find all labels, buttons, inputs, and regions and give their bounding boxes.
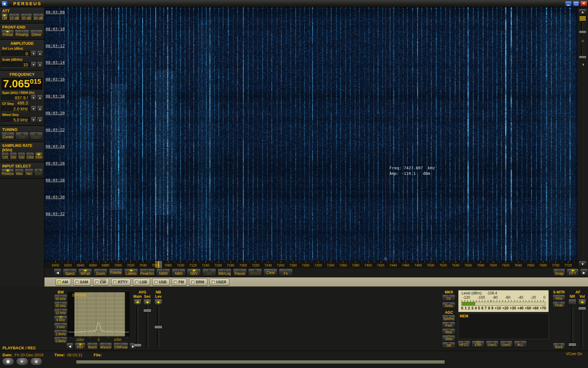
span-up-button[interactable]: ▲ xyxy=(37,95,43,101)
agc-button-off[interactable]: Off xyxy=(442,342,455,348)
att-button-10-db[interactable]: 10 dB xyxy=(9,14,20,21)
speed-slider-handle[interactable] xyxy=(579,30,586,34)
waterfall-speed-handle[interactable] xyxy=(579,16,586,21)
scale-value[interactable]: 10 xyxy=(1,62,30,68)
agc-button-slow[interactable]: Slow xyxy=(442,335,455,342)
toolbar-button-fn[interactable]: Fn xyxy=(279,269,293,276)
bank-button[interactable]: Bank xyxy=(553,343,565,350)
ref-lev-value[interactable]: 0 xyxy=(1,51,30,57)
smtr-button-peak[interactable]: Peak xyxy=(552,302,565,308)
toolbar-button-fft[interactable]: FFT xyxy=(567,269,579,276)
mode-button-fm[interactable]: FM xyxy=(172,278,187,286)
toolbar-button-spect[interactable]: Spect xyxy=(63,269,77,276)
toolbar-button-palette[interactable]: Palette xyxy=(109,269,123,276)
frequency-axis[interactable]: 6900692069406960698070007020704070607080… xyxy=(44,261,579,268)
input-button-net[interactable]: Net xyxy=(24,169,33,176)
filter-prev-button[interactable]: ◀ xyxy=(66,343,74,350)
filter-button-pbt[interactable]: PBT xyxy=(75,343,86,350)
mode-button-rtty[interactable]: RTTY xyxy=(111,278,130,286)
mkr-button-clr[interactable]: Clr xyxy=(442,295,455,301)
stop-button[interactable] xyxy=(2,358,14,366)
input-button-wav[interactable]: Wav xyxy=(15,169,24,176)
mode-button-cw[interactable]: CW xyxy=(93,278,109,286)
input-button-perseus[interactable]: Perseus xyxy=(1,169,14,176)
toolbar-button-wfall[interactable]: WFall xyxy=(78,269,92,276)
agc-button-fast[interactable]: Fast xyxy=(442,322,455,328)
scale-down-button[interactable]: ▼ xyxy=(31,62,36,68)
bw-button-6-khz[interactable]: 6 kHz xyxy=(54,316,67,323)
agc-button-med[interactable]: Med xyxy=(442,329,455,335)
srate-button-250[interactable]: 250 xyxy=(9,153,17,160)
record-button[interactable] xyxy=(30,358,43,366)
toolbar-button-clear[interactable]: Clear xyxy=(263,269,277,276)
mkr-button-delta[interactable]: Delta xyxy=(442,302,455,309)
waterfall-canvas[interactable] xyxy=(44,7,577,261)
filter-button-notch[interactable]: Notch xyxy=(87,343,98,350)
avg-main-slider-track[interactable] xyxy=(136,306,139,349)
mem-button-user2[interactable]: User2 xyxy=(500,341,513,347)
bw-button-3-khz[interactable]: 3 kHz xyxy=(54,323,67,330)
cf-step-up-button[interactable]: ▲ xyxy=(37,106,43,112)
cf-step-down-button[interactable]: ▼ xyxy=(31,106,36,112)
playback-seekbar[interactable] xyxy=(76,360,445,364)
wheel-step-down-button[interactable]: ▼ xyxy=(31,117,36,123)
nb-lev-enable-button[interactable] xyxy=(154,299,162,305)
play-button[interactable] xyxy=(16,358,28,366)
toolbar-button-peaksrc[interactable]: PeakSrc xyxy=(139,269,155,276)
mode-button-lsb[interactable]: LSB xyxy=(133,278,150,286)
toolbar-button-nbv[interactable]: NBV xyxy=(187,269,201,276)
filter-plot-canvas[interactable] xyxy=(68,292,129,336)
wheel-step-up-button[interactable]: ▲ xyxy=(37,117,43,123)
filter-button-cwpeak[interactable]: CWPeak xyxy=(113,343,128,350)
bw-button-25-khz[interactable]: 25 kHz xyxy=(54,302,67,309)
pan-right-button[interactable]: ▶ xyxy=(580,269,588,276)
scroll-up-button[interactable]: ▲ xyxy=(579,9,587,14)
minimize-button[interactable]: ▁ xyxy=(565,1,572,6)
toolbar-button-afc[interactable]: Afc xyxy=(202,269,216,276)
toolbar-button-pause[interactable]: Pause xyxy=(233,269,247,276)
agc-button-spkrej[interactable]: SpkRej xyxy=(442,315,455,321)
cf-step-value[interactable]: 2.0 kHz xyxy=(1,106,30,112)
toolbar-button-mhold[interactable]: MHold xyxy=(248,269,262,276)
af-vol-slider-handle[interactable] xyxy=(578,306,586,310)
frontend-button-preamp[interactable]: Preamp xyxy=(15,30,29,37)
toolbar-button-nbw[interactable]: NBW xyxy=(156,269,170,276)
nb-lev-slider-handle[interactable] xyxy=(154,325,162,329)
input-button-file[interactable]: File xyxy=(34,169,43,176)
frequency-display[interactable]: 7.065015 xyxy=(2,78,43,90)
ref-lev-down-button[interactable]: ▼ xyxy=(31,51,36,57)
maximize-button[interactable]: ▢ xyxy=(573,1,579,6)
mode-button-am[interactable]: AM xyxy=(55,278,71,286)
frontend-button-dither[interactable]: Dither xyxy=(30,30,43,37)
mode-button-user[interactable]: USER xyxy=(209,278,229,286)
srate-button-1000[interactable]: 1000 xyxy=(26,153,34,160)
bw-button-1-6khz[interactable]: 1.6kHz xyxy=(54,330,67,337)
scale-up-button[interactable]: ▲ xyxy=(37,62,43,68)
toolbar-button-nbn[interactable]: NBN xyxy=(172,269,186,276)
att-button-30-db[interactable]: 30 dB xyxy=(33,14,44,21)
avg-sec-slider-handle[interactable] xyxy=(143,309,151,312)
speed-slider-track[interactable] xyxy=(581,22,584,36)
span-value[interactable]: 837.9 / 488.3 xyxy=(1,95,30,101)
bw-button-0-8khz[interactable]: 0.8kHz xyxy=(54,337,67,344)
wheel-step-value[interactable]: 5.0 kHz xyxy=(1,117,30,123)
avg-sec-enable-button[interactable] xyxy=(143,299,151,305)
mem-button-hfcc[interactable]: HFCC xyxy=(458,341,470,347)
toolbar-button-labels[interactable]: Labels xyxy=(124,269,138,276)
att-button-off[interactable]: Off xyxy=(1,14,8,21)
mode-button-usb[interactable]: USB xyxy=(152,278,170,286)
af-nr-slider-track[interactable] xyxy=(571,306,574,349)
srate-button-500[interactable]: 500 xyxy=(18,153,25,160)
mem-button-eibi[interactable]: EIBI xyxy=(472,341,484,347)
close-button[interactable]: ✕ xyxy=(580,1,587,6)
tuning-button-cal[interactable]: Cal xyxy=(15,132,29,140)
avg-main-slider-handle[interactable] xyxy=(134,343,141,347)
af-vol-slider-track[interactable] xyxy=(581,306,583,349)
toolbar-button-mkrlog[interactable]: MkrLog xyxy=(217,269,232,276)
srate-button-125[interactable]: 125 xyxy=(1,153,9,160)
bw-button-50-khz[interactable]: 50 kHz xyxy=(54,295,67,301)
att-button-20-db[interactable]: 20 dB xyxy=(21,14,32,21)
filter-button-anotch[interactable]: ANotch xyxy=(99,343,112,350)
frontend-button-presel[interactable]: Presel xyxy=(1,30,14,37)
toolbar-button-snap[interactable]: Snap xyxy=(553,269,565,276)
